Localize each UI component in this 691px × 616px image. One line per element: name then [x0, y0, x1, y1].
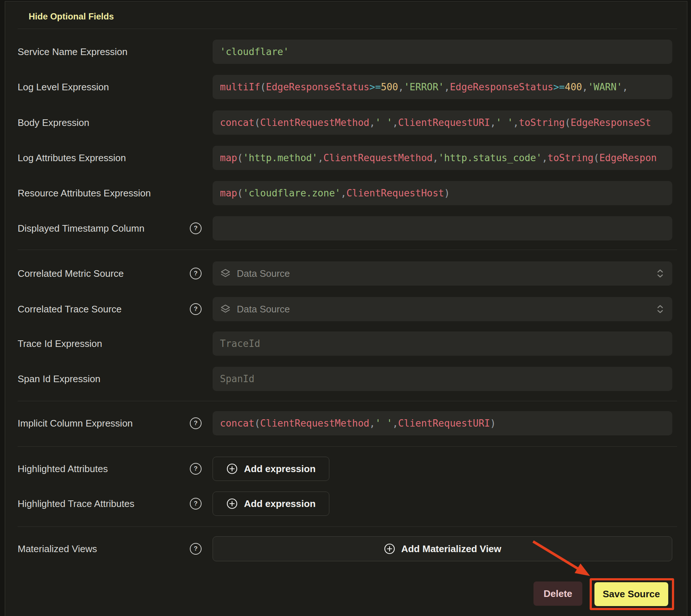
service-name-expression-input[interactable]: 'cloudflare' [213, 40, 672, 64]
form-row-span-id-expression: Span Id Expression [18, 367, 677, 391]
add-expression-button[interactable]: Add expression [213, 457, 329, 481]
help-icon[interactable]: ? [190, 543, 202, 555]
form-row-displayed-timestamp-column: Displayed Timestamp Column ? [18, 216, 677, 240]
field-label: Highlighted Attributes [18, 457, 108, 481]
divider [18, 526, 677, 527]
plus-circle-icon [226, 463, 238, 475]
field-label: Displayed Timestamp Column [18, 216, 144, 240]
field-label: Materialized Views [18, 536, 97, 561]
stack-icon [220, 268, 231, 279]
displayed-timestamp-column-field [213, 216, 672, 240]
optional-fields-panel: Hide Optional Fields Service Name Expres… [5, 1, 687, 616]
field-label: Implicit Column Expression [18, 411, 133, 435]
add-expression-button[interactable]: Add expression [213, 492, 329, 516]
form-row-log-level-expression: Log Level Expression multiIf(EdgeRespons… [18, 75, 677, 99]
help-icon[interactable]: ? [190, 463, 202, 475]
log-attributes-expression-input[interactable]: map('http.method', ClientRequestMethod, … [213, 146, 672, 170]
chevron-up-down-icon [655, 304, 666, 315]
form-row-trace-id-expression: Trace Id Expression [18, 331, 677, 356]
form-row-resource-attributes-expression: Resource Attributes Expression map('clou… [18, 181, 677, 205]
save-source-button[interactable]: Save Source [594, 582, 668, 606]
help-icon[interactable]: ? [190, 417, 202, 429]
form-row-correlated-metric-source: Correlated Metric Source ? Data Source [18, 261, 677, 286]
divider [18, 401, 677, 401]
field-label: Body Expression [18, 110, 89, 135]
help-icon[interactable]: ? [190, 303, 202, 315]
add-materialized-view-button[interactable]: Add Materialized View [213, 536, 672, 561]
add-expression-label: Add expression [244, 463, 315, 475]
add-materialized-view-label: Add Materialized View [401, 543, 502, 555]
resource-attributes-expression-input[interactable]: map('cloudflare.zone', ClientRequestHost… [213, 181, 672, 205]
body-expression-input[interactable]: concat(ClientRequestMethod, ' ', ClientR… [213, 110, 672, 135]
implicit-column-expression-input[interactable]: concat(ClientRequestMethod, ' ', ClientR… [213, 411, 672, 435]
span-id-expression-input[interactable] [213, 367, 672, 391]
plus-circle-icon [384, 543, 395, 555]
select-placeholder: Data Source [237, 268, 290, 279]
select-placeholder: Data Source [237, 304, 290, 315]
hide-optional-fields-toggle[interactable]: Hide Optional Fields [29, 11, 114, 22]
log-level-expression-input[interactable]: multiIf(EdgeResponseStatus >= 500, 'ERRO… [213, 75, 672, 99]
field-label: Log Attributes Expression [18, 146, 126, 170]
add-expression-label: Add expression [244, 498, 315, 510]
divider [18, 446, 677, 447]
help-icon[interactable]: ? [190, 498, 202, 510]
field-label: Correlated Metric Source [18, 261, 124, 286]
plus-circle-icon [226, 498, 238, 510]
field-label: Correlated Trace Source [18, 297, 122, 321]
help-icon[interactable]: ? [190, 268, 202, 279]
field-label: Resource Attributes Expression [18, 181, 151, 205]
field-label: Trace Id Expression [18, 331, 102, 356]
trace-id-expression-field [213, 331, 672, 356]
divider [18, 29, 677, 29]
form-row-implicit-column-expression: Implicit Column Expression ? concat(Clie… [18, 411, 677, 435]
correlated-metric-source-select[interactable]: Data Source [213, 261, 672, 286]
field-label: Span Id Expression [18, 367, 100, 391]
form-row-materialized-views: Materialized Views ? Add Materialized Vi… [18, 536, 677, 561]
chevron-up-down-icon [655, 268, 666, 279]
form-row-highlighted-trace-attributes: Highlighted Trace Attributes ? Add expre… [18, 492, 677, 516]
field-label: Log Level Expression [18, 75, 109, 99]
delete-button[interactable]: Delete [533, 581, 582, 606]
field-label: Service Name Expression [18, 40, 127, 64]
form-row-correlated-trace-source: Correlated Trace Source ? Data Source [18, 297, 677, 321]
correlated-trace-source-select[interactable]: Data Source [213, 297, 672, 321]
help-icon[interactable]: ? [190, 222, 202, 234]
divider [18, 250, 677, 250]
displayed-timestamp-column-input[interactable] [213, 216, 672, 240]
field-label: Highlighted Trace Attributes [18, 492, 134, 516]
span-id-expression-field [213, 367, 672, 391]
form-row-highlighted-attributes: Highlighted Attributes ? Add expression [18, 457, 677, 481]
form-row-service-name-expression: Service Name Expression 'cloudflare' [18, 40, 677, 64]
trace-id-expression-input[interactable] [213, 331, 672, 356]
stack-icon [220, 304, 231, 315]
form-row-body-expression: Body Expression concat(ClientRequestMeth… [18, 110, 677, 135]
form-row-log-attributes-expression: Log Attributes Expression map('http.meth… [18, 146, 677, 170]
